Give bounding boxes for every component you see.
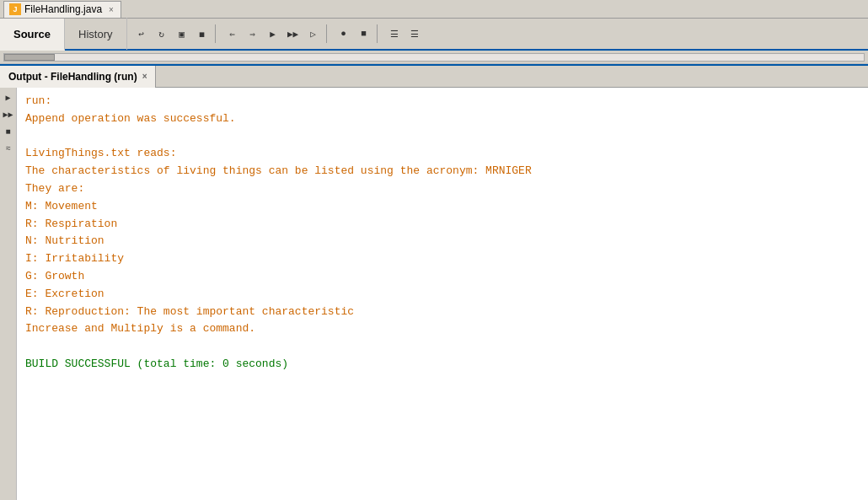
toolbar-sep-3 — [377, 24, 382, 43]
output-tab[interactable]: Output - FileHandling (run) × — [0, 66, 156, 88]
toolbar-area: ↩ ↻ ▣ ◼ ⇐ ⇒ ▶ ▶▶ ▷ ● ■ ☰ ☰ — [127, 18, 868, 50]
toolbar-sep-1 — [215, 24, 220, 43]
output-tab-close-button[interactable]: × — [142, 72, 147, 81]
output-line-5: The characteristics of living things can… — [25, 163, 860, 180]
output-line-8: R: Respiration — [25, 216, 860, 234]
output-line-11: G: Growth — [25, 268, 860, 286]
horizontal-scrollbar-thumb[interactable] — [4, 54, 55, 61]
output-line-15 — [25, 338, 860, 356]
output-line-12: E: Excretion — [25, 286, 860, 304]
history-tab[interactable]: History — [65, 18, 126, 50]
toolbar-btn-lines[interactable]: ☰ — [385, 24, 404, 43]
horizontal-scrollbar-area — [0, 51, 868, 64]
toolbar-btn-options[interactable]: ☰ — [405, 24, 424, 43]
output-line-10: I: Irritability — [25, 250, 860, 268]
horizontal-scrollbar-track[interactable] — [3, 53, 865, 62]
file-tab-name: FileHandling.java — [24, 3, 102, 15]
toolbar-btn-debug[interactable]: ▶▶ — [284, 24, 303, 43]
toolbar-btn-record[interactable]: ● — [335, 24, 353, 43]
toolbar-btn-step[interactable]: ▷ — [304, 24, 323, 43]
output-line-16: BUILD SUCCESSFUL (total time: 0 seconds) — [25, 356, 860, 374]
output-line-7: M: Movement — [25, 198, 860, 216]
file-tab-bar: J FileHandling.java × — [0, 0, 868, 19]
output-line-1: run: — [25, 93, 860, 110]
file-tab-close-button[interactable]: × — [109, 5, 114, 14]
toolbar-btn-run[interactable]: ▶ — [264, 24, 282, 43]
output-line-3 — [25, 128, 860, 146]
sidebar-run-all-btn[interactable]: ▶▶ — [2, 108, 15, 121]
file-tab[interactable]: J FileHandling.java × — [3, 1, 121, 18]
sidebar-run-btn[interactable]: ▶ — [2, 91, 15, 105]
output-line-13: R: Reproduction: The most important char… — [25, 304, 860, 321]
output-line-14: Increase and Multiply is a command. — [25, 320, 860, 338]
output-content-area: run: Append operation was successful. Li… — [17, 88, 868, 500]
history-tab-label: History — [78, 28, 112, 40]
sidebar-wrap-btn[interactable]: ≈ — [2, 142, 15, 155]
main-layout: J FileHandling.java × Source History ↩ ↻… — [0, 0, 868, 500]
output-line-9: N: Nutrition — [25, 233, 860, 250]
sidebar-stop-btn[interactable]: ■ — [2, 125, 15, 138]
output-tab-bar: Output - FileHandling (run) × — [0, 66, 868, 88]
output-line-4: LivingThings.txt reads: — [25, 145, 860, 163]
toolbar-btn-undo[interactable]: ⇐ — [223, 24, 242, 43]
toolbar-btn-halt[interactable]: ■ — [355, 24, 373, 43]
output-line-6: They are: — [25, 180, 860, 198]
output-tab-label: Output - FileHandling (run) — [8, 71, 137, 83]
toolbar-btn-back[interactable]: ↩ — [132, 24, 151, 43]
toolbar-btn-stop[interactable]: ◼ — [193, 24, 212, 43]
toolbar-btn-forward[interactable]: ↻ — [153, 24, 171, 43]
toolbar-btn-redo[interactable]: ⇒ — [244, 24, 262, 43]
source-tab-label: Source — [13, 28, 51, 40]
source-history-bar: Source History ↩ ↻ ▣ ◼ ⇐ ⇒ ▶ ▶▶ ▷ ● ■ ☰ … — [0, 19, 868, 51]
source-tab[interactable]: Source — [0, 19, 65, 51]
toolbar-btn-toggle[interactable]: ▣ — [173, 24, 191, 43]
output-content-wrapper: ▶ ▶▶ ■ ≈ run: Append operation was succe… — [0, 88, 868, 500]
toolbar-sep-2 — [326, 24, 331, 43]
output-sidebar: ▶ ▶▶ ■ ≈ — [0, 88, 17, 500]
output-line-2: Append operation was successful. — [25, 110, 860, 128]
output-section: Output - FileHandling (run) × ▶ ▶▶ ■ ≈ r… — [0, 64, 868, 500]
java-file-icon: J — [9, 3, 21, 15]
